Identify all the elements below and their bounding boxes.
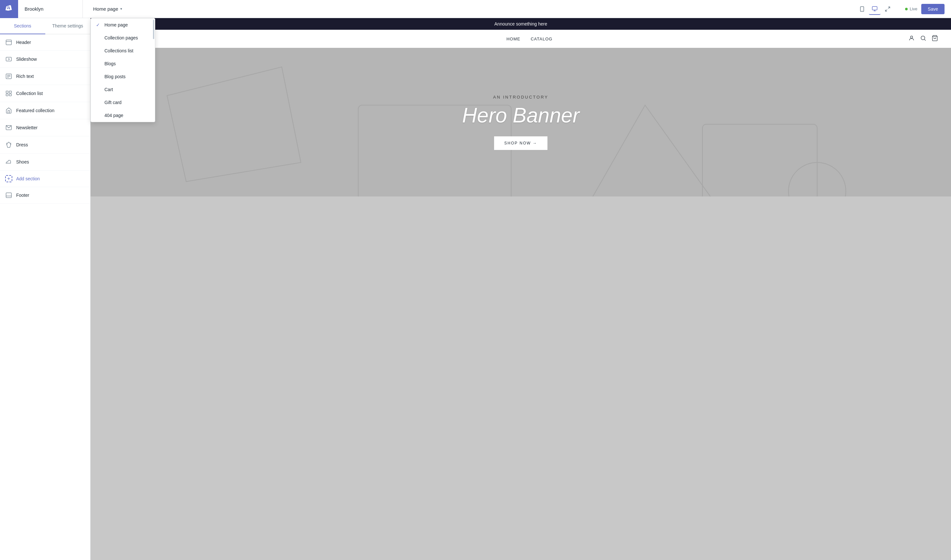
add-section-item[interactable]: + Add section [0,171,90,187]
rich-text-visibility-button[interactable] [69,72,77,80]
check-icon: ✓ [96,22,101,28]
hero-title: Hero Banner [462,103,580,127]
dropdown-scroll-container: ✓ Home page Collection pages Collections… [91,18,155,122]
dropdown-item-blogs[interactable]: Blogs [91,57,155,70]
cart-icon [932,35,938,43]
svg-point-51 [82,127,82,128]
svg-rect-29 [9,91,12,93]
svg-point-65 [82,162,82,162]
svg-point-63 [82,161,82,161]
dropdown-item-gift-card[interactable]: Gift card [91,96,155,109]
svg-point-71 [921,36,925,40]
page-selector-button[interactable]: Home page ▾ [89,3,126,14]
slideshow-drag-button[interactable] [78,55,85,63]
featured-collection-visibility-button[interactable] [69,107,77,114]
svg-point-60 [82,146,82,146]
sidebar-item-dress[interactable]: Dress [0,136,90,154]
hero-cta-button[interactable]: SHOP NOW → [494,136,548,150]
svg-point-50 [80,127,81,128]
sidebar-item-header[interactable]: Header [0,34,90,51]
svg-point-32 [72,93,73,94]
sidebar-item-collection-list[interactable]: Collection list [0,85,90,102]
slideshow-visibility-button[interactable] [69,55,77,63]
newsletter-drag-button[interactable] [78,124,85,131]
sidebar-item-header-label: Header [16,40,85,45]
newsletter-visibility-button[interactable] [69,124,77,132]
top-bar: Brooklyn Home page ▾ Live Save [0,0,951,18]
dropdown-item-blog-posts[interactable]: Blog posts [91,70,155,83]
svg-rect-7 [6,40,12,45]
tab-theme-settings[interactable]: Theme settings [45,18,91,34]
dress-drag-button[interactable] [78,141,85,148]
rich-text-icon [5,73,12,80]
shoes-drag-button[interactable] [78,158,85,165]
sidebar-item-footer[interactable]: Footer [0,187,90,203]
dropdown-item-collections-list[interactable]: Collections list [91,44,155,57]
drag-icon [79,160,84,164]
sidebar-item-newsletter[interactable]: Newsletter [0,119,90,136]
featured-collection-drag-button[interactable] [78,107,85,114]
drag-icon [79,74,84,78]
svg-point-49 [82,126,82,127]
drag-icon [79,125,84,130]
hero-subtitle: AN INTRODUCTORY [462,95,580,100]
svg-rect-31 [9,94,12,96]
svg-point-54 [72,144,73,145]
dropdown-item-404-page-label: 404 page [105,113,123,118]
dress-visibility-button[interactable] [69,141,77,149]
fullscreen-icon [885,6,891,12]
drag-icon [79,108,84,113]
add-section-label: Add section [16,176,40,181]
svg-point-56 [82,143,82,144]
dropdown-item-404-page[interactable]: 404 page [91,109,155,122]
sidebar-item-rich-text[interactable]: Rich text [0,68,90,85]
svg-point-45 [82,111,82,112]
slideshow-icon [5,55,12,63]
drag-icon [79,57,84,62]
svg-point-57 [80,145,81,145]
svg-point-35 [80,93,81,94]
sidebar-item-shoes[interactable]: Shoes [0,154,90,171]
top-bar-right: Live Save [899,4,951,14]
svg-point-21 [72,75,73,77]
dropdown-item-blog-posts-label: Blog posts [105,74,125,79]
save-button[interactable]: Save [921,4,945,14]
page-selector-area: Home page ▾ [83,3,851,14]
shoes-visibility-button[interactable] [69,158,77,166]
desktop-view-button[interactable] [869,3,880,15]
sidebar-item-featured-collection[interactable]: Featured collection [0,102,90,119]
shoes-icon [5,158,12,165]
dropdown-item-cart[interactable]: Cart [91,83,155,96]
sidebar-item-collection-list-label: Collection list [16,91,65,96]
collection-list-visibility-button[interactable] [69,89,77,97]
dropdown-item-home-page[interactable]: ✓ Home page [91,18,155,31]
collection-list-icon [5,90,12,97]
dropdown-item-gift-card-label: Gift card [105,100,122,105]
store-nav-catalog: CATALOG [531,37,552,42]
svg-rect-68 [6,193,12,198]
tab-sections[interactable]: Sections [0,18,45,34]
svg-point-25 [82,76,82,77]
mobile-view-button[interactable] [857,3,868,15]
svg-point-55 [80,143,81,144]
eye-icon [70,142,76,147]
eye-icon [70,57,76,62]
hero-section: AN INTRODUCTORY Hero Banner SHOP NOW → [91,48,951,197]
svg-point-1 [862,10,862,11]
fullscreen-view-button[interactable] [882,3,894,15]
rich-text-drag-button[interactable] [78,73,85,80]
svg-point-12 [82,58,82,58]
svg-point-15 [80,60,81,61]
svg-point-70 [911,36,913,38]
dropdown-item-collection-pages[interactable]: Collection pages [91,31,155,44]
svg-point-40 [80,109,81,110]
eye-icon [70,159,76,165]
svg-point-42 [80,110,81,111]
collection-list-drag-button[interactable] [78,90,85,97]
svg-point-41 [82,109,82,110]
svg-rect-30 [6,94,8,96]
svg-point-33 [80,92,81,93]
drag-icon [79,91,84,95]
sidebar-item-slideshow[interactable]: Slideshow [0,51,90,68]
svg-point-16 [82,60,82,61]
